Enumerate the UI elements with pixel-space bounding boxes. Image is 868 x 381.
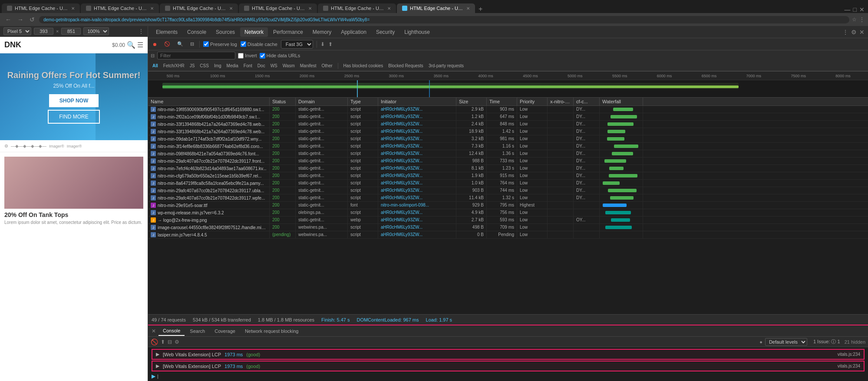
th-initiator[interactable]: Initiator [378, 98, 456, 105]
preserve-log-checkbox[interactable] [203, 41, 209, 47]
tab-1[interactable]: HTML Edge Cache - Using ... ✕ [2, 3, 80, 13]
address-input[interactable] [39, 16, 849, 23]
tab-1-close[interactable]: ✕ [71, 6, 75, 11]
th-status[interactable]: Status [270, 98, 296, 105]
filter-other[interactable]: Other [320, 63, 334, 69]
tab-4[interactable]: HTML Edge Cache - Using ... ✕ [239, 3, 317, 13]
close-window-btn[interactable]: ✕ [859, 6, 865, 13]
tab-5-close[interactable]: ✕ [387, 6, 391, 11]
reload-btn[interactable]: ↺ [28, 15, 36, 24]
filter-input[interactable] [157, 52, 235, 59]
console-filter-icon[interactable]: ⊟ [168, 339, 172, 345]
table-row[interactable]: J nitro-min-33f1394868b421a7a264a07369ed… [148, 128, 868, 135]
table-row[interactable]: J wp-emojj-release.min.js?ver=6.3.2 200 … [148, 209, 868, 217]
th-nitro[interactable]: x-nitro-cache [548, 98, 574, 105]
export-btn[interactable]: ⬆ [328, 41, 333, 47]
table-row[interactable]: J nitro-min-29afc407a67cc0b21e7078422dc3… [148, 187, 868, 194]
console-tab-console[interactable]: Console [158, 326, 185, 336]
search-btn[interactable]: 🔍 [175, 40, 185, 48]
back-btn[interactable]: ← [3, 15, 13, 24]
shop-now-btn[interactable]: SHOP NOW [49, 94, 99, 107]
table-row[interactable]: J nitro-min-33f1394868b421a7a264a07369ed… [148, 121, 868, 128]
maximize-btn[interactable]: □ [853, 6, 857, 13]
width-input[interactable] [34, 28, 53, 35]
console-log-2[interactable]: ▶ [Web Vitals Extension] LCP 1973 ms (go… [152, 361, 865, 371]
tab-6[interactable]: HTML Edge Cache - Using ... ✕ [397, 3, 475, 13]
th-cf[interactable]: cf-c... [574, 98, 600, 105]
disable-cache-checkbox[interactable] [241, 41, 246, 47]
bookmark-icon[interactable]: ☆ [852, 16, 857, 23]
filter-3rd-party[interactable]: 3rd-party requests [427, 63, 465, 69]
settings-btn[interactable]: ⚙ [851, 29, 857, 36]
filter-btn[interactable]: ⊟ [188, 40, 196, 48]
tab-6-close[interactable]: ✕ [466, 6, 470, 11]
th-time[interactable]: Time [487, 98, 517, 105]
clear-btn[interactable]: 🚫 [162, 40, 172, 48]
tab-console[interactable]: Console [183, 27, 211, 37]
tab-memory[interactable]: Memory [308, 27, 336, 37]
table-row[interactable]: J nitro-min-7efcf4c463b823d14a04893ae17a… [148, 165, 868, 172]
filter-blocked-cookies[interactable]: Has blocked cookies [342, 63, 385, 69]
invert-label[interactable]: Invert [238, 53, 257, 59]
th-size[interactable]: Size [456, 98, 487, 105]
console-link-1[interactable]: vitals.js:234 [838, 352, 860, 357]
console-settings-btn[interactable]: ⚙ [175, 339, 179, 345]
console-link-2[interactable]: vitals.js:234 [838, 364, 860, 368]
console-clear-btn[interactable]: 🚫 [151, 338, 158, 345]
filter-img[interactable]: Img [212, 63, 223, 69]
invert-checkbox[interactable] [238, 53, 244, 59]
tab-network[interactable]: Network [240, 27, 268, 37]
filter-manifest[interactable]: Manifest [298, 63, 318, 69]
table-row[interactable]: J nitro-min-19f85900690bf905497c1df645d1… [148, 106, 868, 113]
th-priority[interactable]: Priority [517, 98, 548, 105]
zoom-select[interactable]: 100% [83, 27, 109, 35]
console-tab-coverage[interactable]: Coverage [210, 327, 240, 335]
table-row[interactable]: J nitro-min-29afc407a67cc0b21e7078422dc3… [148, 158, 868, 165]
tab-elements[interactable]: Elements [152, 27, 182, 37]
tab-3-close[interactable]: ✕ [229, 6, 233, 11]
th-domain[interactable]: Domain [296, 98, 348, 105]
filter-doc[interactable]: Doc [256, 63, 267, 69]
forward-btn[interactable]: → [16, 15, 25, 24]
filter-font[interactable]: Font [242, 63, 254, 69]
table-row[interactable]: J lasiper.min.js?ver=4.8.4.5 (pending) w… [148, 231, 868, 239]
record-btn[interactable]: ⏺ [151, 41, 159, 48]
tab-application[interactable]: Application [337, 27, 371, 37]
table-row[interactable]: J nitro-min-09dab1e7174af3cb7df0f2a1af10… [148, 135, 868, 143]
table-row[interactable]: J nitro-min-29afc407a67cc0b21e7078422dc3… [148, 194, 868, 202]
console-tab-search[interactable]: Search [185, 327, 209, 335]
tab-2-close[interactable]: ✕ [150, 6, 154, 11]
filter-ws[interactable]: WS [269, 63, 279, 69]
tab-2[interactable]: HTML Edge Cache - Using ... ✕ [81, 3, 159, 13]
table-row[interactable]: J nitro-min-3f14ef8e68b8336b668774ab62ef… [148, 143, 868, 150]
filter-js[interactable]: JS [188, 63, 197, 69]
th-waterfall[interactable]: Waterfall [600, 98, 643, 105]
tab-security[interactable]: Security [372, 27, 399, 37]
throttle-select[interactable]: Fast 3G [281, 40, 313, 49]
import-btn[interactable]: ⬇ [320, 41, 325, 47]
filter-css[interactable]: CSS [198, 63, 211, 69]
th-name[interactable]: Name [148, 98, 270, 105]
filter-media[interactable]: Media [225, 63, 240, 69]
table-row[interactable]: J nitro-min-cfg679a50br650a2e115eae1b5b3… [148, 172, 868, 180]
device-select[interactable]: Pixel 5 [3, 27, 31, 35]
tab-3[interactable]: HTML Edge Cache - Using ... ✕ [160, 3, 238, 13]
filter-wasm[interactable]: Wasm [281, 63, 297, 69]
find-more-btn[interactable]: FIND MORE [48, 110, 99, 124]
tab-4-close[interactable]: ✕ [308, 6, 312, 11]
disable-cache-label[interactable]: Disable cache [241, 41, 277, 47]
hide-data-urls-checkbox[interactable] [260, 53, 265, 59]
table-row[interactable]: J nitro-min-29e91e5-soar.ttf 200 static-… [148, 202, 868, 209]
height-input[interactable] [61, 28, 81, 35]
console-log-1[interactable]: ▶ [Web Vitals Extension] LCP 1973 ms (go… [152, 349, 865, 360]
close-console-icon[interactable]: ✕ [152, 328, 156, 334]
close-devtools-btn[interactable]: ✕ [859, 29, 865, 36]
console-arrow-2[interactable]: ▶ [156, 363, 159, 369]
table-row[interactable]: J image-carousel.44550cf8e38249f28f07512… [148, 224, 868, 231]
tab-sources[interactable]: Sources [211, 27, 239, 37]
filter-all[interactable]: All [151, 63, 160, 69]
table-row[interactable]: J nitro-min-098f4868b421e7a054a07369ed4c… [148, 150, 868, 158]
preserve-log-label[interactable]: Preserve log [203, 41, 237, 47]
th-type[interactable]: Type [348, 98, 378, 105]
table-row[interactable]: J → logo@2x-frew-img.png 200 static-getn… [148, 217, 868, 224]
